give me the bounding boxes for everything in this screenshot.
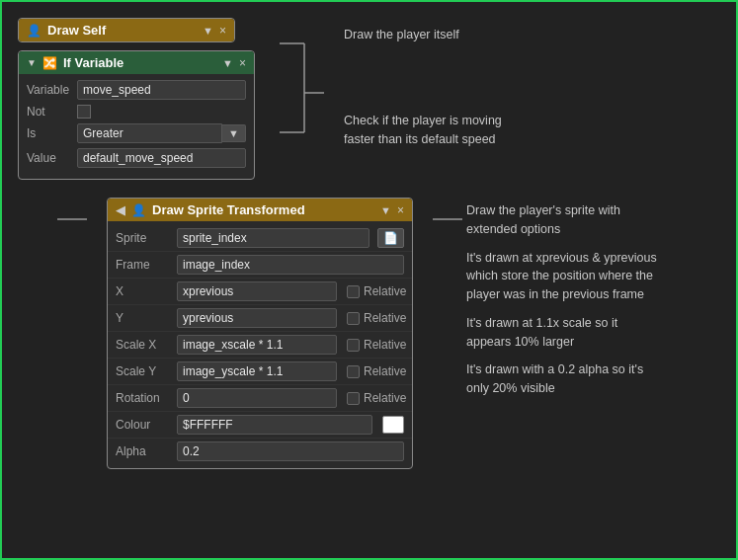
person-icon: 👤 <box>27 24 41 38</box>
x-label: X <box>116 284 173 298</box>
variable-row: Variable <box>27 80 246 100</box>
draw-self-desc: Draw the player itself <box>344 26 502 44</box>
x-relative-label: Relative <box>364 284 413 298</box>
frame-input[interactable] <box>177 255 404 275</box>
sprite-label: Sprite <box>116 231 173 245</box>
value-input[interactable] <box>77 148 246 168</box>
frame-label: Frame <box>116 258 173 272</box>
is-dropdown-value: Greater <box>77 123 222 143</box>
y-relative-checkbox[interactable] <box>347 312 360 325</box>
value-row: Value <box>27 148 246 168</box>
scale-y-row: Scale Y Relative <box>108 359 412 385</box>
draw-sprite-arrow[interactable]: ▼ <box>380 204 391 216</box>
bottom-right-connector <box>433 201 462 232</box>
if-variable-close[interactable]: × <box>239 56 246 70</box>
if-variable-icon: 🔀 <box>42 56 57 70</box>
if-variable-description1: Check if the player is moving <box>344 112 502 130</box>
draw-self-title: Draw Self <box>47 23 197 38</box>
x-row: X Relative <box>108 279 412 305</box>
rotation-input[interactable] <box>177 388 337 408</box>
x-input[interactable] <box>177 281 337 301</box>
if-variable-arrow[interactable]: ▼ <box>222 57 233 69</box>
colour-row: Colour <box>108 412 412 439</box>
sprite-input[interactable] <box>177 228 369 248</box>
not-checkbox[interactable] <box>77 105 91 119</box>
rotation-relative-checkbox[interactable] <box>347 392 360 405</box>
top-section: 👤 Draw Self ▼ × ▼ 🔀 If Variable ▼ × <box>18 18 720 182</box>
scale-y-input[interactable] <box>177 361 337 381</box>
frame-row: Frame <box>108 252 412 279</box>
is-row: Is Greater ▼ <box>27 123 246 143</box>
top-descriptions: Draw the player itself Check if the play… <box>344 18 502 148</box>
scale-x-relative-label: Relative <box>364 338 413 352</box>
draw-self-arrow[interactable]: ▼ <box>203 25 213 37</box>
sprite-row: Sprite 📄 <box>108 225 412 252</box>
variable-label: Variable <box>27 83 71 97</box>
bottom-section: ◀ 👤 Draw Sprite Transformed ▼ × Sprite 📄 <box>18 198 720 469</box>
draw-sprite-desc3: It's drawn at 1.1x scale so it appears 1… <box>466 314 664 352</box>
alpha-label: Alpha <box>116 444 173 458</box>
colour-label: Colour <box>116 418 173 432</box>
bottom-connector-stub <box>57 198 87 232</box>
alpha-row: Alpha <box>108 439 412 464</box>
if-variable-header: ▼ 🔀 If Variable ▼ × <box>19 51 254 74</box>
scale-y-relative-label: Relative <box>364 364 413 378</box>
bottom-connector-svg <box>57 209 87 229</box>
is-label: Is <box>27 126 71 140</box>
draw-self-close[interactable]: × <box>219 24 226 38</box>
draw-sprite-header: ◀ 👤 Draw Sprite Transformed ▼ × <box>108 199 412 221</box>
rotation-label: Rotation <box>116 391 173 405</box>
y-input[interactable] <box>177 308 337 328</box>
rotation-relative-label: Relative <box>364 391 413 405</box>
y-row: Y Relative <box>108 305 412 332</box>
draw-sprite-descriptions: Draw the player's sprite with extended o… <box>466 201 664 398</box>
draw-sprite-block: ◀ 👤 Draw Sprite Transformed ▼ × Sprite 📄 <box>107 198 413 469</box>
draw-self-block: 👤 Draw Self ▼ × <box>18 18 235 42</box>
colour-input[interactable] <box>177 415 372 435</box>
is-dropdown-container: Greater ▼ <box>77 123 246 143</box>
scale-x-relative-checkbox[interactable] <box>347 339 360 352</box>
variable-input[interactable] <box>77 80 246 100</box>
draw-self-description: Draw the player itself <box>344 28 459 41</box>
scale-y-relative-checkbox[interactable] <box>347 365 360 378</box>
main-container: 👤 Draw Self ▼ × ▼ 🔀 If Variable ▼ × <box>0 0 738 560</box>
draw-sprite-body: Sprite 📄 Frame X Relative <box>108 221 412 468</box>
not-row: Not <box>27 105 246 119</box>
top-connector-svg <box>275 24 324 182</box>
colour-swatch[interactable] <box>382 416 404 434</box>
not-label: Not <box>27 105 71 119</box>
draw-sprite-desc2: It's drawn at xprevious & yprevious whic… <box>466 249 664 304</box>
scale-x-label: Scale X <box>116 338 173 352</box>
is-dropdown-arrow[interactable]: ▼ <box>222 124 246 142</box>
scale-x-row: Scale X Relative <box>108 332 412 359</box>
sprite-file-btn[interactable]: 📄 <box>377 228 404 248</box>
draw-self-header: 👤 Draw Self ▼ × <box>19 19 234 41</box>
draw-sprite-icon: 👤 <box>131 203 146 217</box>
if-variable-body: Variable Not Is Greater <box>19 74 254 179</box>
rotation-row: Rotation Relative <box>108 385 412 412</box>
top-connector-area <box>275 18 324 182</box>
draw-sprite-title: Draw Sprite Transformed <box>152 202 374 217</box>
if-variable-description2: faster than its default speed <box>344 130 502 149</box>
value-label: Value <box>27 151 71 165</box>
draw-sprite-desc1: Draw the player's sprite with extended o… <box>466 201 664 239</box>
draw-sprite-close[interactable]: × <box>397 203 404 217</box>
if-variable-block: ▼ 🔀 If Variable ▼ × Variable <box>18 50 255 180</box>
bottom-right-svg <box>433 209 462 229</box>
y-relative-label: Relative <box>364 311 413 325</box>
if-variable-title: If Variable <box>63 55 216 70</box>
if-variable-desc: Check if the player is moving faster tha… <box>344 112 502 149</box>
scale-x-input[interactable] <box>177 335 337 355</box>
bottom-right-area: Draw the player's sprite with extended o… <box>433 198 664 398</box>
scale-y-label: Scale Y <box>116 364 173 378</box>
left-blocks: 👤 Draw Self ▼ × ▼ 🔀 If Variable ▼ × <box>18 18 255 180</box>
draw-sprite-desc4: It's drawn with a 0.2 alpha so it's only… <box>466 360 664 398</box>
if-variable-triangle[interactable]: ▼ <box>27 57 37 68</box>
x-relative-checkbox[interactable] <box>347 285 360 298</box>
alpha-input[interactable] <box>177 441 404 461</box>
draw-sprite-triangle[interactable]: ◀ <box>116 202 125 217</box>
y-label: Y <box>116 311 173 325</box>
